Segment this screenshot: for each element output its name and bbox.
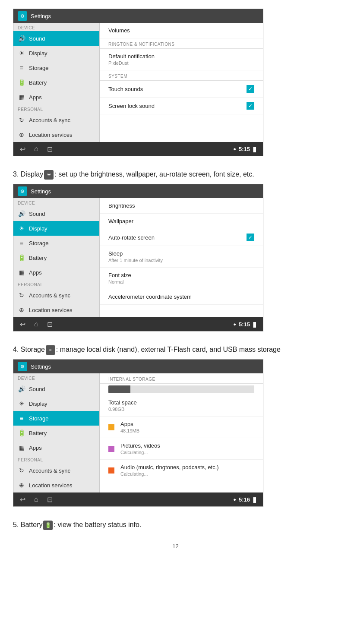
sidebar-item-location[interactable]: ⊕ Location services xyxy=(13,127,99,142)
personal-label-d: PERSONAL xyxy=(13,280,99,288)
sidebar-item-apps[interactable]: ▦ Apps xyxy=(13,90,99,104)
sidebar-accounts-label-d: Accounts & sync xyxy=(29,292,70,299)
back-button[interactable]: ↩ xyxy=(20,145,25,153)
sidebar-item-storage-s[interactable]: ≡ Storage xyxy=(13,411,99,426)
sidebar-item-accounts-d[interactable]: ↻ Accounts & sync xyxy=(13,288,99,303)
apps-storage-sub: 48.19MB xyxy=(120,428,139,433)
content-item-total-space[interactable]: Total space 0.98GB xyxy=(100,395,263,417)
sidebar-item-storage-d[interactable]: ≡ Storage xyxy=(13,236,99,250)
sidebar-item-location-d[interactable]: ⊕ Location services xyxy=(13,303,99,317)
content-item-sleep[interactable]: Sleep After 1 minute of inactivity xyxy=(100,246,263,268)
audio-storage-label: Audio (music, ringtones, podcasts, etc.) xyxy=(120,464,219,470)
content-item-brightness[interactable]: Brightness xyxy=(100,198,263,214)
storage-bar-used xyxy=(108,385,130,393)
titlebar-storage: ⚙ Settings xyxy=(13,360,263,373)
home-button-d[interactable]: ⌂ xyxy=(34,320,38,328)
total-space-sub: 0.98GB xyxy=(108,407,137,412)
sidebar-item-display-d[interactable]: ☀ Display xyxy=(13,221,99,236)
battery-icon-d: 🔋 xyxy=(18,254,25,262)
status-area: ● 5:15 ▮ xyxy=(233,145,256,153)
sidebar-item-sound-s[interactable]: 🔊 Sound xyxy=(13,382,99,396)
battery-icon: 🔋 xyxy=(18,79,25,86)
touch-sounds-checkbox[interactable]: ✓ xyxy=(247,85,254,93)
apps-color-indicator xyxy=(108,424,114,430)
desc-battery-prefix: 5. Battery xyxy=(13,521,42,528)
battery-status-icon: ▮ xyxy=(253,145,256,153)
display-icon: ☀ xyxy=(18,49,25,57)
recents-button-s[interactable]: ⊡ xyxy=(47,496,53,504)
sidebar-item-battery[interactable]: 🔋 Battery xyxy=(13,75,99,90)
device-label-d: DEVICE xyxy=(13,198,99,206)
content-item-notification[interactable]: Default notification PixieDust xyxy=(100,49,263,70)
location-icon: ⊕ xyxy=(18,131,25,139)
back-button-d[interactable]: ↩ xyxy=(20,320,25,328)
sidebar-item-accounts[interactable]: ↻ Accounts & sync xyxy=(13,113,99,127)
recents-button-d[interactable]: ⊡ xyxy=(47,320,53,328)
sidebar-label-display: Display xyxy=(29,50,47,57)
sidebar-item-battery-d[interactable]: 🔋 Battery xyxy=(13,250,99,265)
page-number-value: 12 xyxy=(172,543,178,549)
content-item-audio-storage[interactable]: Audio (music, ringtones, podcasts, etc.)… xyxy=(100,460,263,481)
autorotate-label: Auto-rotate screen xyxy=(108,234,155,241)
content-item-screen-lock[interactable]: Screen lock sound ✓ xyxy=(100,98,263,114)
accelerometer-label: Accelerometer coordinate system xyxy=(108,294,192,300)
autorotate-checkbox[interactable]: ✓ xyxy=(247,234,254,241)
sidebar-item-location-s[interactable]: ⊕ Location services xyxy=(13,478,99,492)
battery-status-s: ▮ xyxy=(253,496,256,504)
volumes-label: Volumes xyxy=(108,27,130,34)
sidebar-item-sound[interactable]: 🔊 Sound xyxy=(13,31,99,46)
storage-inline-icon: ≡ xyxy=(46,345,55,355)
sidebar-item-sound-d[interactable]: 🔊 Sound xyxy=(13,206,99,221)
back-button-s[interactable]: ↩ xyxy=(20,496,25,504)
total-space-label: Total space xyxy=(108,399,137,406)
device-label-s: DEVICE xyxy=(13,373,99,382)
sidebar-storage: DEVICE 🔊 Sound ☀ Display ≡ Storage 🔋 Bat… xyxy=(13,373,100,492)
fontsize-label: Font size xyxy=(108,272,131,278)
storage-bar-free xyxy=(130,385,254,393)
titlebar: ⚙ Settings xyxy=(13,9,263,23)
sidebar-item-display-s[interactable]: ☀ Display xyxy=(13,396,99,411)
system-header: SYSTEM xyxy=(100,70,263,81)
home-button[interactable]: ⌂ xyxy=(34,145,38,153)
bottom-bar-d: ↩ ⌂ ⊡ ● 5:15 ▮ xyxy=(13,317,263,331)
content-item-volumes[interactable]: Volumes xyxy=(100,23,263,38)
sidebar-item-battery-s[interactable]: 🔋 Battery xyxy=(13,426,99,440)
sidebar-storage-label-s: Storage xyxy=(29,415,49,422)
display-icon-s: ☀ xyxy=(18,400,25,407)
accounts-icon-s: ↻ xyxy=(18,467,25,474)
sidebar-apps-label-d: Apps xyxy=(29,269,42,276)
page-number: 12 xyxy=(13,543,338,549)
wallpaper-label: Wallpaper xyxy=(108,218,133,224)
storage-icon-s: ≡ xyxy=(18,414,25,422)
home-button-s[interactable]: ⌂ xyxy=(34,496,38,503)
sidebar-item-apps-s[interactable]: ▦ Apps xyxy=(13,440,99,455)
content-item-touch-sounds[interactable]: Touch sounds ✓ xyxy=(100,81,263,98)
sidebar-item-accounts-s[interactable]: ↻ Accounts & sync xyxy=(13,463,99,478)
signal-icon: ● xyxy=(233,146,236,152)
content-item-apps-storage[interactable]: Apps 48.19MB xyxy=(100,417,263,438)
sidebar-item-apps-d[interactable]: ▦ Apps xyxy=(13,265,99,280)
content-item-autorotate[interactable]: Auto-rotate screen ✓ xyxy=(100,229,263,246)
nav-buttons: ↩ ⌂ ⊡ xyxy=(20,145,53,153)
content-item-accelerometer[interactable]: Accelerometer coordinate system xyxy=(100,289,263,305)
recents-button[interactable]: ⊡ xyxy=(47,145,53,153)
screen-lock-checkbox[interactable]: ✓ xyxy=(247,102,254,110)
pics-color-indicator xyxy=(108,446,114,452)
content-panel-storage: INTERNAL STORAGE Total space 0.98GB xyxy=(100,373,263,492)
clock-s: 5:16 xyxy=(239,496,250,503)
personal-label-s: PERSONAL xyxy=(13,455,99,463)
screenshot-sound: ⚙ Settings DEVICE 🔊 Sound ☀ Display ≡ St… xyxy=(13,9,338,156)
desc-battery-suffix: : view the battery status info. xyxy=(54,521,141,528)
sidebar-label-battery: Battery xyxy=(29,79,47,86)
personal-section-label: PERSONAL xyxy=(13,104,99,113)
status-area-d: ● 5:15 ▮ xyxy=(233,320,256,328)
sidebar-item-display[interactable]: ☀ Display xyxy=(13,46,99,60)
content-item-fontsize[interactable]: Font size Normal xyxy=(100,268,263,289)
sidebar-label-apps: Apps xyxy=(29,94,42,101)
desc-display-suffix: : set up the brightness, wallpaper, au-r… xyxy=(54,170,254,178)
sidebar-item-storage[interactable]: ≡ Storage xyxy=(13,60,99,75)
content-item-wallpaper[interactable]: Wallpaper xyxy=(100,214,263,229)
apps-icon: ▦ xyxy=(18,93,25,101)
sidebar-battery-label-s: Battery xyxy=(29,430,47,436)
content-item-pics-storage[interactable]: Pictures, videos Calculating... xyxy=(100,438,263,460)
